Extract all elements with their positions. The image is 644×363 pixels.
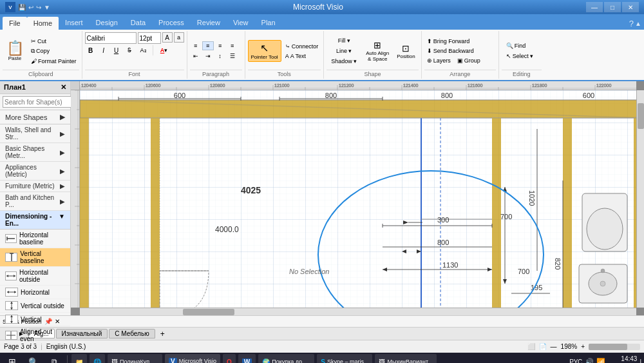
line-button[interactable]: Line ▾ xyxy=(327,46,361,55)
align-left-button[interactable]: ≡ xyxy=(190,41,202,50)
tab-home[interactable]: Home xyxy=(27,17,59,30)
qat-redo[interactable]: ↪ xyxy=(36,4,41,11)
position-button[interactable]: ⊡ Position xyxy=(393,41,418,61)
qat-more[interactable]: ▼ xyxy=(44,4,50,11)
taskbar-app-opera[interactable]: O xyxy=(223,354,236,363)
shape-item-aligned-out[interactable]: Aligned out even xyxy=(0,326,70,345)
network-icon[interactable]: 📶 xyxy=(596,358,605,364)
italic-button[interactable]: I xyxy=(98,45,109,55)
clock-date[interactable]: 14:43 03/04/2017 xyxy=(608,355,637,364)
subscript-button[interactable]: A₂ xyxy=(137,45,151,55)
add-page-button[interactable]: + xyxy=(156,329,169,339)
taskbar-app-purchase[interactable]: 🌍 Покупка дома ... xyxy=(258,354,314,363)
tab-design[interactable]: Design xyxy=(90,15,124,30)
view-normal-icon[interactable]: ⬜ xyxy=(527,343,535,350)
connector-button[interactable]: ⤷ Connector xyxy=(283,42,321,51)
tab-insert[interactable]: Insert xyxy=(59,15,90,30)
scrollbar-horizontal[interactable] xyxy=(80,308,636,315)
shape-item-horizontal-baseline[interactable]: Horizontal baseline xyxy=(0,230,70,248)
taskbar-app-skype[interactable]: S Skype – maris... xyxy=(317,354,372,363)
qat-undo[interactable]: ↩ xyxy=(28,4,33,11)
shape-category-furniture[interactable]: Furniture (Metric) ▶ xyxy=(0,181,70,192)
maximize-button[interactable]: □ xyxy=(604,2,621,12)
horizontal-outside-label: Horizontal outside xyxy=(19,269,65,283)
layers-button[interactable]: ⊕ Layers xyxy=(424,56,453,65)
zoom-slider[interactable] xyxy=(589,344,640,350)
shape-category-walls[interactable]: Walls, Shell and Str... ▶ xyxy=(0,124,70,143)
taskbar-app-myhin[interactable]: 🖼 МыхинВариант... xyxy=(375,354,436,363)
taskbar-app-browser[interactable]: 🌐 xyxy=(90,354,105,363)
align-right-button[interactable]: ≡ xyxy=(214,41,226,50)
align-center-button[interactable]: ≡ xyxy=(202,41,214,50)
text-button[interactable]: A A Text xyxy=(283,52,321,61)
bring-forward-button[interactable]: ⬆ Bring Forward xyxy=(424,37,496,46)
close-button[interactable]: ✕ xyxy=(622,2,639,12)
font-color-button[interactable]: A▾ xyxy=(155,45,173,55)
tab-process[interactable]: Process xyxy=(152,15,191,30)
tab-view[interactable]: View xyxy=(227,15,255,30)
collapse-ribbon-icon[interactable]: ▲ xyxy=(635,20,641,27)
help-icon[interactable]: ? xyxy=(629,19,634,28)
select-button[interactable]: ↖ Select ▾ xyxy=(502,52,542,61)
view-reading-icon[interactable]: 📄 xyxy=(539,343,547,350)
auto-align-button[interactable]: ⊞ Auto Align & Space xyxy=(363,38,392,64)
font-size-input[interactable] xyxy=(138,32,161,44)
cut-button[interactable]: ✂ Cut xyxy=(28,37,79,46)
zoom-out-button[interactable]: — xyxy=(551,343,557,350)
strikethrough-button[interactable]: S̶ xyxy=(124,45,135,55)
justify-button[interactable]: ≡ xyxy=(227,41,238,50)
more-shapes-button[interactable]: More Shapes ▶ xyxy=(0,110,70,124)
search-button[interactable]: 🔍 xyxy=(24,354,43,363)
paste-button[interactable]: 📋 Paste xyxy=(3,32,27,70)
language-sys-icon[interactable]: РУС xyxy=(569,358,582,364)
bold-button[interactable]: B xyxy=(85,45,97,55)
pointer-tool-button[interactable]: ↖ Pointer Tool xyxy=(248,40,281,62)
group-button[interactable]: ▣ Group xyxy=(455,56,483,65)
shape-item-horizontal[interactable]: Horizontal xyxy=(0,286,70,299)
tab-review[interactable]: Review xyxy=(191,15,227,30)
font-name-input[interactable] xyxy=(85,32,137,44)
shapes-panel-close[interactable]: ✕ xyxy=(61,83,66,92)
send-backward-button[interactable]: ⬇ Send Backward xyxy=(424,46,496,55)
volume-icon[interactable]: 🔊 xyxy=(585,358,594,364)
fill-button[interactable]: Fill ▾ xyxy=(327,36,361,45)
qat-save[interactable]: 💾 xyxy=(18,4,26,11)
underline-button[interactable]: U xyxy=(111,45,122,55)
shape-item-vertical-baseline[interactable]: Vertical baseline xyxy=(0,248,70,267)
shape-item-vertical[interactable]: Vertical xyxy=(0,313,70,326)
taskbar-app-photos[interactable]: 🖼 ПолинаКупалин... xyxy=(108,354,162,363)
task-view-button[interactable]: ⧉ xyxy=(45,354,63,363)
line-spacing-button[interactable]: ↕ xyxy=(214,52,226,61)
indent-left-button[interactable]: ⇤ xyxy=(190,52,202,61)
drawing-canvas[interactable]: 600 800 800 600 xyxy=(80,90,636,308)
find-button[interactable]: 🔍 Find xyxy=(502,41,542,50)
scrollbar-thumb-h[interactable] xyxy=(183,309,234,315)
shape-category-bath[interactable]: Bath and Kitchen P... ▶ xyxy=(0,192,70,211)
dimensioning-section[interactable]: Dimensioning - En... ▼ xyxy=(0,211,70,230)
minimize-button[interactable]: — xyxy=(586,2,603,12)
scrollbar-thumb-v[interactable] xyxy=(638,103,644,129)
shadow-button[interactable]: Shadow ▾ xyxy=(327,57,361,66)
taskbar-app-visio[interactable]: V Microsoft Visio xyxy=(165,354,220,363)
show-desktop-button[interactable]: | xyxy=(639,358,641,364)
tab-file[interactable]: File xyxy=(3,17,27,30)
shape-item-horizontal-outside[interactable]: Horizontal outside xyxy=(0,267,70,286)
aligned-out-label: Aligned out even xyxy=(20,328,65,342)
scrollbar-vertical[interactable] xyxy=(636,90,644,308)
copy-button[interactable]: ⧉ Copy xyxy=(28,46,79,56)
font-decrease-button[interactable]: a xyxy=(174,32,184,43)
start-button[interactable]: ⊞ xyxy=(3,354,22,363)
tab-data[interactable]: Data xyxy=(124,15,152,30)
shape-item-vertical-outside[interactable]: Vertical outside xyxy=(0,299,70,313)
taskbar-app-word[interactable]: W xyxy=(238,354,256,363)
shape-category-basic[interactable]: Basic Shapes (Metr... ▶ xyxy=(0,143,70,162)
shape-category-appliances[interactable]: Appliances (Metric) ▶ xyxy=(0,162,70,181)
bullets-button[interactable]: ☰ xyxy=(227,52,238,61)
zoom-in-button[interactable]: + xyxy=(581,343,585,350)
taskbar-app-file-explorer[interactable]: 📁 xyxy=(71,354,87,363)
indent-right-button[interactable]: ⇥ xyxy=(202,52,214,61)
page-tab-meb[interactable]: С Мебелью xyxy=(109,329,155,338)
tab-plan[interactable]: Plan xyxy=(255,15,282,30)
font-increase-button[interactable]: A xyxy=(162,32,173,43)
format-painter-button[interactable]: 🖌 Format Painter xyxy=(28,57,79,66)
